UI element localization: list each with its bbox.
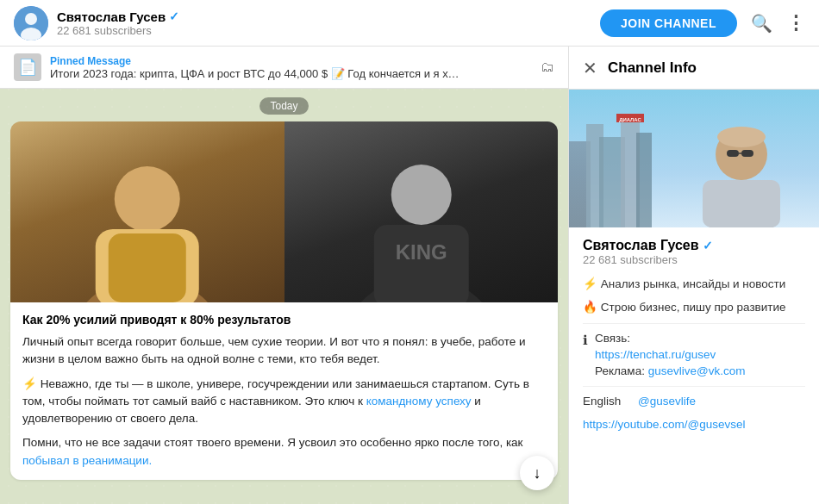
svg-rect-21 [741, 150, 753, 157]
info-separator-1 [583, 323, 805, 324]
channel-info-header: Святослав Гусев ✓ 22 681 subscribers [57, 9, 600, 37]
scroll-down-button[interactable]: ↓ [520, 456, 554, 490]
info-contact-details: Связь: https://tenchat.ru/gusev Реклама:… [595, 331, 745, 380]
message-container: KING Как 20% усилий приводят к 80% резул… [0, 121, 568, 490]
tenchat-link[interactable]: https://tenchat.ru/gusev [595, 348, 716, 361]
avatar [14, 6, 48, 40]
close-info-button[interactable]: ✕ [583, 58, 597, 78]
svg-rect-9 [373, 225, 468, 302]
info-desc-1: ⚡ Анализ рынка, инсайды и новости [583, 277, 805, 293]
subscriber-count: 22 681 subscribers [57, 24, 600, 37]
svg-point-1 [25, 13, 37, 25]
svg-rect-16 [636, 133, 652, 227]
channel-info-panel: ✕ Channel Info [569, 47, 819, 504]
main-content: 📄 Pinned Message Итоги 2023 года: крипта… [0, 47, 819, 504]
join-channel-button[interactable]: JOIN CHANNEL [600, 9, 737, 37]
header-actions: 🔍 ⋮ [751, 12, 805, 34]
svg-point-25 [717, 127, 766, 147]
info-youtube: https://youtube.com/@gusevsel [583, 417, 805, 433]
pinned-label: Pinned Message [50, 55, 532, 67]
more-icon: ⋮ [786, 12, 805, 34]
pinned-message-bar[interactable]: 📄 Pinned Message Итоги 2023 года: крипта… [0, 47, 568, 89]
message-bubble: Как 20% усилий приводят к 80% результато… [10, 302, 558, 480]
info-verified-badge: ✓ [703, 239, 713, 252]
message-body: Личный опыт всегда говорит больше, чем с… [22, 333, 546, 470]
date-separator: Today [0, 97, 568, 115]
info-icon: ℹ [583, 331, 588, 380]
pinned-thumbnail: 📄 [14, 53, 41, 81]
svg-rect-24 [703, 180, 780, 227]
message-para3: Помни, что не все задачи стоят твоего вр… [22, 434, 546, 470]
info-panel-header: ✕ Channel Info [569, 47, 819, 90]
pinned-text: Итоги 2023 года: крипта, ЦФА и рост ВТС … [50, 67, 464, 80]
message-para2: ⚡ Неважно, где ты — в школе, универе, го… [22, 376, 546, 428]
message-para1: Личный опыт всегда говорит больше, чем с… [22, 333, 546, 369]
search-button[interactable]: 🔍 [751, 13, 772, 34]
svg-point-4 [115, 166, 180, 232]
info-body: Святослав Гусев ✓ 22 681 subscribers ⚡ А… [569, 227, 819, 504]
svg-point-8 [391, 165, 451, 225]
search-icon: 🔍 [751, 14, 772, 33]
message-photo: KING [10, 121, 558, 302]
svg-text:ДИАЛАС: ДИАЛАС [619, 117, 641, 122]
info-contact: ℹ Связь: https://tenchat.ru/gusev Реклам… [583, 331, 805, 380]
info-separator-2 [583, 386, 805, 387]
info-panel-title: Channel Info [608, 59, 697, 77]
link-team-success[interactable]: командному успеху [366, 395, 472, 408]
close-icon: ✕ [583, 59, 597, 78]
email-link[interactable]: gusevlive@vk.com [648, 364, 746, 377]
info-english: English @gusevlife [583, 394, 805, 410]
svg-rect-6 [109, 233, 186, 302]
svg-rect-20 [727, 150, 739, 157]
chat-area: 📄 Pinned Message Итоги 2023 года: крипта… [0, 47, 568, 504]
info-desc-2: 🔥 Строю бизнес, пишу про развитие [583, 300, 805, 316]
app-header: Святослав Гусев ✓ 22 681 subscribers JOI… [0, 0, 819, 47]
chat-messages: Today [0, 89, 568, 504]
info-subscriber-count: 22 681 subscribers [583, 253, 805, 266]
more-options-button[interactable]: ⋮ [786, 12, 805, 34]
message-title: Как 20% усилий приводят к 80% результато… [22, 313, 546, 327]
verified-badge: ✓ [169, 9, 179, 23]
info-contact-row: Связь: https://tenchat.ru/gusev Реклама:… [595, 331, 745, 380]
gusevlife-link[interactable]: @gusevlife [638, 394, 696, 410]
youtube-link[interactable]: https://youtube.com/@gusevsel [583, 417, 746, 433]
link-reanimation[interactable]: побывал в реанимации. [22, 454, 152, 467]
info-profile-photo: ДИАЛАС [569, 90, 819, 227]
info-channel-name: Святослав Гусев ✓ [583, 238, 805, 253]
svg-text:KING: KING [395, 240, 447, 264]
scroll-down-icon: ↓ [534, 464, 541, 482]
channel-name: Святослав Гусев ✓ [57, 9, 600, 24]
pin-filter-icon: 🗂 [541, 59, 554, 75]
pinned-content: Pinned Message Итоги 2023 года: крипта, … [50, 55, 532, 80]
